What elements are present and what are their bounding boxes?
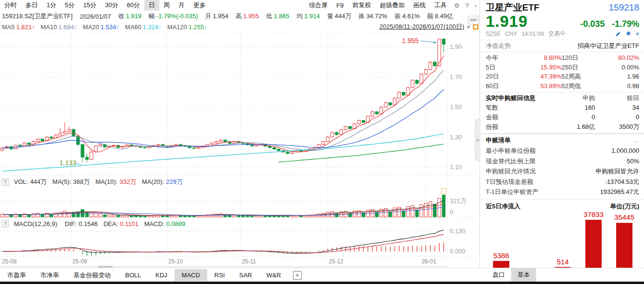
chevron-down-icon[interactable]: ▼ [466,24,471,30]
macd-DEA: DEA:0.1101 [104,220,139,227]
snapshot-icon[interactable] [473,24,479,30]
redemption-row: T日预估现金差额-13704.53元 [486,177,639,187]
quote-field-额: 额8.49亿 [427,12,453,21]
period-tab-更多[interactable]: 更多 [189,0,210,11]
alert-bell-icon[interactable] [625,31,632,37]
period-tab-30分[interactable]: 30分 [101,0,122,11]
tool-前复权[interactable]: 前复权 [348,0,375,11]
quote-field-开: 开1.954 [205,12,229,21]
add-icon[interactable]: + [635,30,639,37]
indicator-tab-SAR[interactable]: SAR [232,269,259,281]
ma-item-MA5: MA51.821↑ [2,23,35,31]
perf-value: 1.96 [599,72,639,81]
period-tab-1分[interactable]: 1分 [42,0,60,11]
panel-tab-盘口[interactable]: 盘口 [486,268,511,282]
ma-item-MA60: MA601.324↑ [125,23,162,31]
wp-badge[interactable]: WP [468,16,479,24]
label: VOL: [14,178,28,185]
ma-label: MA10 [41,23,57,31]
field-label: 均 [296,12,303,20]
edit-icon[interactable] [615,31,621,37]
indicator-tab-MACD[interactable]: MACD [175,269,207,281]
vol-VOL: VOL:444万 [14,178,47,186]
row-label: 金额 [486,113,542,122]
tool-F9[interactable]: F9 [332,1,348,10]
ma-label: MA60 [125,23,141,31]
help-icon[interactable]: ? [462,1,471,10]
indicator-tab-RSI[interactable]: RSI [207,269,232,281]
field-value: -1.79%(-0.035) [156,12,198,20]
chevron-right-icon[interactable]: › [472,1,480,10]
tracking-fund-name: 招商中证卫星产业ETF [577,42,639,50]
row-label: 最小申赎单位份额 [486,146,536,156]
session-date: 2026/01/07 [80,13,111,20]
tool-工具[interactable]: 工具 [430,0,451,11]
quote-field-低: 低1.865 [266,12,290,21]
indicator-tab-BOLL[interactable]: BOLL [118,269,148,281]
toolbar-right-tools: 综合屏F9前复权超级叠加画线工具⚙?› [305,0,480,11]
chart-region: 1.901.701.501.301.10321万00.1300.0001.955… [0,0,480,284]
row-value: -13704.53元 [605,177,639,187]
fund-code: 159218 [609,2,639,13]
period-toolbar: 分时多日1分5分15分30分60分日周月更多 综合屏F9前复权超级叠加画线工具⚙… [0,0,480,11]
value: 332万 [119,178,136,185]
price-change: -0.035 -1.79% [575,19,639,29]
field-value: 1.914 [304,12,320,20]
indicator-tab-市净率[interactable]: 市净率 [33,269,66,282]
x-tick-25-10: 25-10 [168,258,183,265]
label: MACD: [144,220,164,227]
indicator-tab-W&R[interactable]: W&R [259,269,288,281]
perf-row: 60日53.89%52周低0.98 [486,81,639,91]
gear-icon[interactable]: ⚙ [451,1,463,10]
more-button[interactable]: ... [634,135,639,146]
collapse-panel-handle[interactable]: » [475,119,480,161]
label: DIF: [65,220,77,227]
redemption-row: 现金替代比例上限50% [486,156,639,167]
period-tab-月[interactable]: 月 [174,0,189,11]
period-tab-分时[interactable]: 分时 [0,0,21,11]
nav-label[interactable]: 净值走势 [486,42,511,50]
indicator-tab-基金份额变动[interactable]: 基金份额变动 [66,269,118,282]
indicator-tab-市盈率[interactable]: 市盈率 [0,269,33,282]
label: MA(20): [142,178,164,185]
redemption-row: T-1日单位申赎资产1932965.47元 [486,187,639,197]
perf-value: 80.02% [599,53,639,63]
perf-label: 5日 [486,63,514,72]
period-tab-15分[interactable]: 15分 [79,0,100,11]
period-tab-5分[interactable]: 5分 [60,0,79,11]
tool-画线[interactable]: 画线 [409,0,430,11]
period-tab-多日[interactable]: 多日 [21,0,42,11]
add-indicator-button[interactable]: + [293,271,302,280]
row-value: 1932965.47元 [600,187,639,197]
field-label: 开 [205,12,211,20]
perf-value: 8.60% [514,53,562,63]
period-tab-60分[interactable]: 60分 [122,0,144,11]
redemption-row: 最小申赎单位份额1,000,000 [486,146,639,156]
nav-value-row: 净值走势 招商中证卫星产业ETF [480,40,644,52]
redeem-value: 3500万 [595,122,639,132]
quote-panel: 卫星产业ETF 159218 1.919 -0.035 -1.79% SZSE … [480,0,644,282]
subscription-title: 实时申购赎回信息 [486,93,542,103]
indicator-tab-KDJ[interactable]: KDJ [148,269,175,281]
period-tab-日[interactable]: 日 [144,0,159,11]
row-value: 50% [627,156,639,167]
macd-values: MACD(12,26,9)DIF:0.1546DEA:0.1101MACD:0.… [14,220,185,227]
period-tab-周[interactable]: 周 [159,0,174,11]
perf-value: 15.95% [514,63,562,72]
value: 0.0889 [166,220,186,227]
help-icon[interactable]: ? [1,220,9,227]
panel-tab-基本[interactable]: 基本 [511,268,536,282]
x-tick-25-08: 25-08 [2,258,17,265]
field-value: 444万 [335,12,351,20]
help-icon[interactable]: ? [1,178,9,186]
macd-header: ? MACD(12,26,9)DIF:0.1546DEA:0.1101MACD:… [0,219,462,228]
tool-超级叠加[interactable]: 超级叠加 [375,0,409,11]
x-tick-25-12: 25-12 [329,258,344,265]
tool-综合屏[interactable]: 综合屏 [305,0,332,11]
svg-text:1.133: 1.133 [59,159,76,167]
date-range[interactable]: 2025/08/11-2026/01/07(100日) [379,23,464,31]
value: 0.1101 [120,220,139,227]
row-value: 申购赎回皆允许 [596,166,639,177]
macd-DIF: DIF:0.1546 [65,220,97,227]
x-tick-25-09: 25-09 [72,258,87,265]
